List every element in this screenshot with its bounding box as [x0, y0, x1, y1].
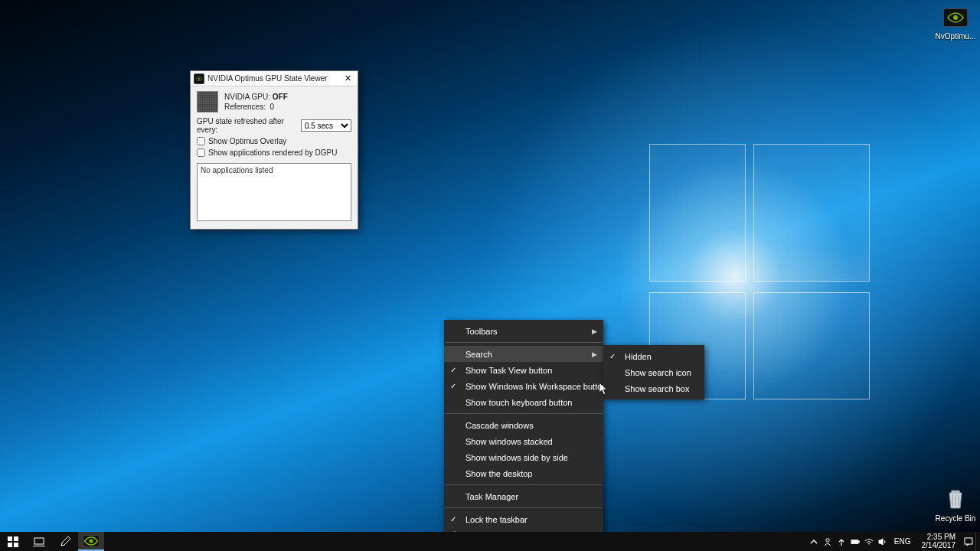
battery-icon: [851, 537, 860, 546]
windows-ink-button[interactable]: [52, 532, 78, 551]
task-view-button[interactable]: [26, 532, 52, 551]
references-label: References:: [224, 103, 266, 111]
clock-time: 2:35 PM: [922, 533, 956, 542]
check-icon: ✓: [450, 366, 456, 374]
svg-rect-11: [14, 543, 18, 547]
menu-item-windows-side-by-side[interactable]: Show windows side by side: [444, 449, 603, 465]
nvidia-viewer-window[interactable]: NVIDIA Optimus GPU State Viewer ✕ NVIDIA…: [190, 70, 358, 230]
svg-rect-20: [965, 538, 972, 544]
references-value: 0: [270, 103, 274, 111]
taskbar-app-nvidia[interactable]: [78, 532, 104, 551]
submenu-item-hidden[interactable]: ✓Hidden: [603, 348, 704, 364]
usb-icon: [837, 537, 846, 546]
wifi-icon: [864, 537, 874, 546]
people-icon: [823, 537, 832, 546]
menu-item-cascade-windows[interactable]: Cascade windows: [444, 417, 603, 433]
svg-rect-12: [34, 538, 44, 544]
applications-list[interactable]: No applications listed: [197, 163, 351, 221]
start-button[interactable]: [0, 532, 26, 551]
menu-item-search[interactable]: Search▶: [444, 346, 603, 362]
nvidia-eye-icon: [194, 73, 204, 84]
nvidia-eye-icon: [83, 535, 100, 547]
desktop-icon-nvoptimus[interactable]: NvOptimu...: [933, 5, 978, 41]
menu-item-show-ink-workspace[interactable]: ✓Show Windows Ink Workspace button: [444, 378, 603, 394]
recycle-bin-icon: [942, 487, 969, 513]
window-title: NVIDIA Optimus GPU State Viewer: [207, 74, 340, 83]
show-desktop-button[interactable]: [975, 532, 980, 551]
window-titlebar[interactable]: NVIDIA Optimus GPU State Viewer ✕: [191, 71, 358, 86]
svg-rect-18: [858, 540, 859, 543]
menu-item-toolbars[interactable]: Toolbars▶: [444, 323, 603, 339]
tray-icon-volume[interactable]: [876, 532, 890, 551]
checkbox-optimus-overlay[interactable]: Show Optimus Overlay: [197, 137, 351, 145]
svg-point-14: [60, 545, 61, 546]
gpu-label: NVIDIA GPU:: [224, 93, 270, 101]
menu-item-show-task-view[interactable]: ✓Show Task View button: [444, 362, 603, 378]
refresh-label: GPU state refreshed after every:: [197, 117, 298, 134]
desktop-icon-recycle-bin[interactable]: Recycle Bin: [933, 487, 978, 523]
taskbar-clock[interactable]: 2:35 PM 2/14/2017: [916, 533, 962, 549]
desktop-icon-label: NvOptimu...: [933, 32, 978, 41]
notification-icon: [964, 537, 973, 546]
mouse-cursor-icon: [599, 383, 609, 396]
taskbar[interactable]: ENG 2:35 PM 2/14/2017: [0, 532, 980, 551]
speaker-icon: [878, 537, 887, 546]
svg-rect-9: [14, 536, 18, 541]
chevron-up-icon: [809, 537, 818, 546]
taskbar-context-menu: Toolbars▶ Search▶ ✓Show Task View button…: [444, 320, 603, 546]
checkbox-input[interactable]: [197, 137, 205, 145]
ink-workspace-icon: [60, 536, 71, 547]
check-icon: ✓: [450, 515, 456, 523]
tray-icon-safely-remove[interactable]: [835, 532, 848, 551]
tray-icon-network[interactable]: [862, 532, 876, 551]
chevron-right-icon: ▶: [592, 350, 597, 358]
submenu-item-show-search-box[interactable]: Show search box: [603, 380, 704, 396]
svg-point-15: [90, 539, 93, 543]
search-submenu: ✓Hidden Show search icon Show search box: [603, 345, 704, 399]
menu-item-show-touch-keyboard[interactable]: Show touch keyboard button: [444, 394, 603, 410]
refresh-interval-select[interactable]: 0.5 secs: [301, 119, 351, 132]
svg-rect-13: [33, 546, 45, 546]
tray-overflow-button[interactable]: [807, 532, 821, 551]
tray-icon-people[interactable]: [821, 532, 835, 551]
svg-point-1: [198, 77, 200, 79]
menu-item-show-desktop[interactable]: Show the desktop: [444, 465, 603, 481]
check-icon: ✓: [450, 382, 456, 390]
language-indicator[interactable]: ENG: [890, 537, 916, 546]
desktop-icon-label: Recycle Bin: [933, 514, 978, 523]
gpu-state: OFF: [273, 93, 288, 101]
menu-item-windows-stacked[interactable]: Show windows stacked: [444, 433, 603, 449]
svg-point-0: [953, 15, 958, 20]
svg-rect-8: [8, 536, 12, 541]
submenu-item-show-search-icon[interactable]: Show search icon: [603, 364, 704, 380]
check-icon: ✓: [609, 352, 616, 360]
menu-item-lock-taskbar[interactable]: ✓Lock the taskbar: [444, 511, 603, 527]
svg-rect-10: [8, 543, 12, 547]
svg-rect-19: [852, 540, 858, 543]
nvidia-eye-icon: [943, 8, 968, 27]
task-view-icon: [33, 537, 45, 546]
close-button[interactable]: ✕: [340, 73, 355, 85]
list-empty-text: No applications listed: [201, 166, 273, 174]
chevron-right-icon: ▶: [592, 328, 597, 335]
svg-point-16: [826, 538, 829, 541]
checkbox-dgpu-apps[interactable]: Show applications rendered by DGPU: [197, 148, 351, 157]
action-center-button[interactable]: [962, 532, 975, 551]
checkbox-input[interactable]: [197, 148, 205, 157]
gpu-chip-icon: [197, 91, 218, 112]
menu-item-task-manager[interactable]: Task Manager: [444, 488, 603, 504]
clock-date: 2/14/2017: [922, 542, 956, 550]
tray-icon-battery[interactable]: [848, 532, 862, 551]
windows-logo-icon: [8, 536, 18, 547]
